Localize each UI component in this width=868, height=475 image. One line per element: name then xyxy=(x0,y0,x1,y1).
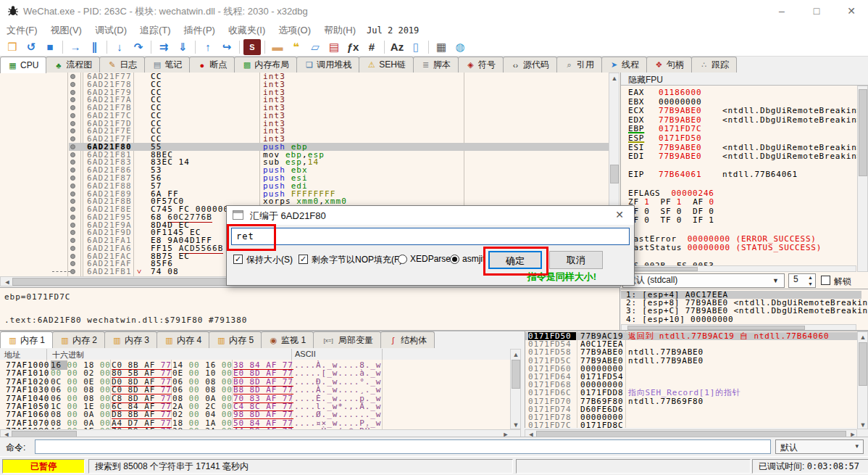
bookmarks-icon[interactable]: ▤ xyxy=(325,39,343,55)
stack-row[interactable]: 0171FD74D60FE6D6 xyxy=(525,405,857,413)
register-row[interactable]: LastStatus 00000000 (STATUS_SUCCESS) xyxy=(628,244,822,252)
stack-pane[interactable]: 0171FD5077B9AC19返回到 ntdll.77B9AC19 自 ntd… xyxy=(525,331,857,428)
step-over-icon[interactable]: ↷ xyxy=(130,39,147,55)
register-row[interactable]: EBX00000000 xyxy=(628,98,722,107)
tab-SEH链[interactable]: ⚠SEH链 xyxy=(359,57,414,73)
tab-源代码[interactable]: ‹›源代码 xyxy=(503,57,557,73)
tab-局部变量[interactable]: [x=]局部变量 xyxy=(313,331,381,348)
stack-row[interactable]: 0171FD5C77B9ABE0ntdll.77B9ABE0 xyxy=(525,357,857,365)
modules-icon[interactable]: ▯ xyxy=(407,39,425,55)
register-row[interactable]: ESP0171FD50 xyxy=(628,134,722,143)
run-icon[interactable]: → xyxy=(67,39,84,55)
register-row[interactable]: ZF 1 PF 1 AF 0 xyxy=(628,198,714,207)
argument-row[interactable]: 3: [esp+C] 77B9ABE0 <ntdll.DbgUiRemoteBr… xyxy=(621,307,861,315)
open-file-icon[interactable]: ❒ xyxy=(4,39,21,55)
tab-笔记[interactable]: ▤笔记 xyxy=(144,57,190,73)
menu-item-5[interactable]: 收藏夹(I) xyxy=(222,22,272,39)
menu-item-0[interactable]: 文件(F) xyxy=(0,22,44,39)
execute-till-return-icon[interactable]: ⇓ xyxy=(174,39,191,55)
stack-row[interactable]: 0171FD6000000000 xyxy=(525,365,857,373)
dump-vscrollbar[interactable]: ▲ ▼ xyxy=(510,349,521,429)
tab-断点[interactable]: ●断点 xyxy=(189,57,235,73)
breakpoint-dot[interactable] xyxy=(70,90,75,95)
instruction-input[interactable]: ret xyxy=(231,228,630,245)
stack-row[interactable]: 0171FD7C0171FD8C xyxy=(525,421,857,428)
run-to-user-code-icon[interactable]: ⇉ xyxy=(155,39,172,55)
breakpoint-dot[interactable] xyxy=(70,191,75,197)
breakpoint-dot[interactable] xyxy=(70,246,75,251)
tab-结构体[interactable]: ʃ结构体 xyxy=(380,331,435,348)
case-icon[interactable]: Az xyxy=(388,39,406,55)
minimize-button[interactable]: – xyxy=(769,3,794,19)
tab-流程图[interactable]: ♣流程图 xyxy=(46,57,100,73)
tab-CPU[interactable]: ▦CPU xyxy=(0,57,46,73)
breakpoint-dot[interactable] xyxy=(70,215,75,220)
stop-icon[interactable]: ■ xyxy=(41,39,59,55)
breakpoint-dot[interactable] xyxy=(70,175,75,181)
breakpoint-dot[interactable] xyxy=(70,223,75,228)
labels-icon[interactable]: ▱ xyxy=(306,39,324,55)
menu-item-4[interactable]: 插件(P) xyxy=(178,22,222,39)
breakpoint-dot[interactable] xyxy=(70,82,75,87)
breakpoint-dot[interactable] xyxy=(70,254,75,259)
menu-item-2[interactable]: 调试(D) xyxy=(88,22,133,39)
restart-icon[interactable]: ↺ xyxy=(22,39,40,55)
breakpoint-dot[interactable] xyxy=(70,121,75,126)
functions-icon[interactable]: ƒx xyxy=(344,39,362,55)
tab-跟踪[interactable]: ∴跟踪 xyxy=(691,57,737,73)
menu-item-6[interactable]: 选项(O) xyxy=(272,22,317,39)
menu-item-3[interactable]: 追踪(T) xyxy=(133,22,178,39)
stack-vscrollbar[interactable]: ▲ ▼ xyxy=(857,331,868,429)
strings-icon[interactable]: S xyxy=(243,39,261,55)
register-row[interactable]: CF 0 TF 0 IF 1 xyxy=(628,216,714,225)
unlock-checkbox[interactable] xyxy=(821,276,830,285)
memory-dump-pane[interactable]: 77AF100016 00 18 00C0 8B AF 7714 00 16 0… xyxy=(0,360,510,429)
cancel-button[interactable]: 取消 xyxy=(549,251,603,269)
register-row[interactable]: LastError 00000000 (ERROR_SUCCESS) xyxy=(628,235,817,244)
tab-内存 2[interactable]: ▥内存 2 xyxy=(52,331,105,348)
fill-nop-checkbox[interactable]: ✓ xyxy=(299,255,308,264)
pause-icon[interactable]: ∥ xyxy=(85,39,103,55)
tab-内存 1[interactable]: ▥内存 1 xyxy=(0,331,53,348)
registers-hscrollbar[interactable] xyxy=(621,265,856,272)
register-row[interactable]: EDI77B9ABE0<ntdll.DbgUiRemoteBreakin> xyxy=(628,152,862,161)
breakpoint-dot[interactable] xyxy=(70,183,75,189)
breakpoint-dot[interactable] xyxy=(70,152,75,157)
stack-row[interactable]: 0171FD5877B9ABE0ntdll.77B9ABE0 xyxy=(525,348,857,356)
menu-item-1[interactable]: 视图(V) xyxy=(44,22,88,39)
keep-size-checkbox[interactable]: ✓ xyxy=(233,255,243,264)
command-mode-select[interactable]: 默认 ▾ xyxy=(775,439,864,454)
tab-内存 5[interactable]: ▥内存 5 xyxy=(209,331,262,348)
tab-调用堆栈[interactable]: ❏调用堆栈 xyxy=(296,57,359,73)
spinner-arrows-icon[interactable]: ▲▼ xyxy=(808,274,813,287)
tab-线程[interactable]: ➤线程 xyxy=(601,57,647,73)
tab-脚本[interactable]: ≣脚本 xyxy=(413,57,459,73)
tab-内存 4[interactable]: ▥内存 4 xyxy=(157,331,209,348)
step-out-icon[interactable]: ↑ xyxy=(199,39,217,55)
register-row[interactable]: OF 0 SF 0 DF 0 xyxy=(628,207,714,216)
attach-icon[interactable]: ↪ xyxy=(218,39,235,55)
breakpoint-dot[interactable] xyxy=(70,113,75,118)
tab-引用[interactable]: ⌕引用 xyxy=(556,57,602,73)
register-row[interactable]: ESI77B9ABE0<ntdll.DbgUiRemoteBreakin> xyxy=(628,144,862,152)
patches-icon[interactable]: ▬ xyxy=(269,39,286,55)
registers-vscrollbar[interactable] xyxy=(857,86,868,272)
xedparse-radio[interactable] xyxy=(398,255,407,264)
stack-row[interactable]: 0171FD7077B69F80ntdll.77B69F80 xyxy=(525,397,857,405)
dialog-close-icon[interactable]: ✕ xyxy=(612,209,627,220)
tab-日志[interactable]: ✎日志 xyxy=(99,57,145,73)
register-row[interactable]: ECX77B9ABE0<ntdll.DbgUiRemoteBreakin> xyxy=(628,107,862,115)
argument-row[interactable]: 4: [esp+10] 00000000 xyxy=(621,315,861,323)
dialog-title-bar[interactable]: 汇编于 6AD21F80 ✕ xyxy=(227,206,634,225)
tab-内存 3[interactable]: ▥内存 3 xyxy=(104,331,157,348)
register-row[interactable]: EAX01186000 xyxy=(628,88,722,97)
register-row[interactable]: EFLAGS 00000246 xyxy=(628,189,714,198)
breakpoint-dot[interactable] xyxy=(70,144,75,149)
hide-fpu-button[interactable]: 隐藏FPU xyxy=(621,73,868,86)
tab-内存布局[interactable]: ▩内存布局 xyxy=(234,57,297,73)
stack-row[interactable]: 0171FD6C0171FDD8指向SEH_Record[1]的指针 xyxy=(525,389,857,397)
close-button[interactable]: ✕ xyxy=(839,3,864,19)
step-into-icon[interactable]: ↓ xyxy=(111,39,128,55)
internet-icon[interactable]: ◍ xyxy=(451,39,469,55)
register-row[interactable]: EBP0171FD7C xyxy=(628,125,722,133)
